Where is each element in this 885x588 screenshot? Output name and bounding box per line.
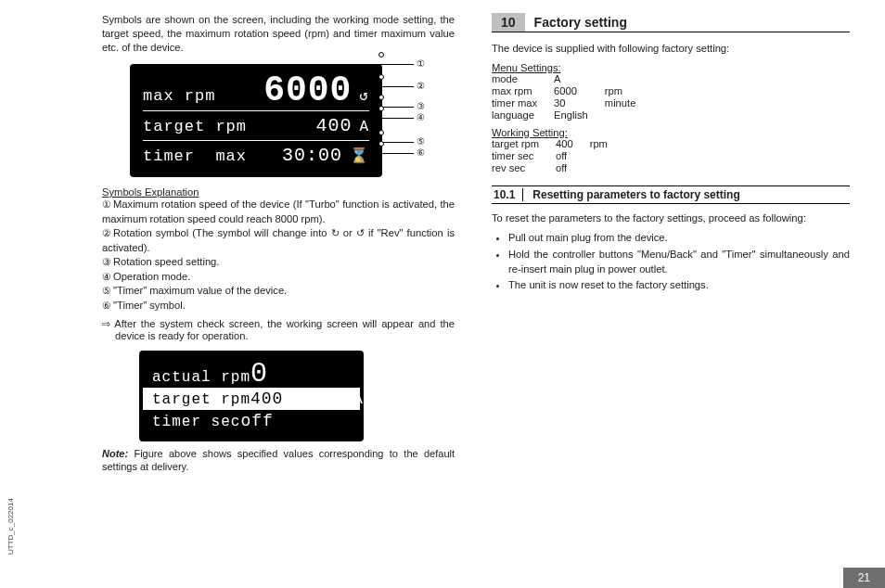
- table-row: max rpm6000rpm: [492, 85, 652, 97]
- arrow-text: After the system check screen, the worki…: [114, 318, 455, 341]
- sym-1: Maximum rotation speed of the device (If…: [102, 198, 455, 224]
- subsection-title: Resetting parameters to factory setting: [532, 188, 739, 201]
- table-row: timer max30minute: [492, 97, 652, 109]
- callout-1: ①: [417, 58, 425, 69]
- sym-4: Operation mode.: [113, 271, 190, 282]
- intro-text: Symbols are shown on the screen, includi…: [102, 13, 455, 55]
- table-row: rev secoff: [492, 162, 624, 174]
- table-row: target rpm400rpm: [492, 138, 624, 150]
- symbols-explanation: ①Maximum rotation speed of the device (I…: [102, 198, 455, 313]
- sym-4-num: ④: [102, 270, 113, 284]
- section-head: 10 Factory setting: [492, 13, 850, 32]
- callout-4: ④: [417, 112, 425, 122]
- sym-6-num: ⑥: [102, 299, 113, 313]
- lcd1-row2-label: target rpm: [143, 118, 247, 135]
- list-item: Hold the controller buttons "Menu/Back" …: [508, 248, 850, 276]
- lcd-screen: max rpm 6000 ↺ target rpm 400 A timer ma…: [130, 64, 382, 177]
- lcd2-row2-right: A: [353, 390, 364, 408]
- lcd2-row2-label: target rpm: [152, 391, 250, 408]
- note-text: Note: Figure above shows specified value…: [102, 447, 455, 474]
- callout-5: ⑤: [417, 136, 425, 147]
- right-column: 10 Factory setting The device is supplie…: [492, 13, 850, 479]
- rev-icon-cw: ↻: [331, 227, 340, 238]
- rev-icon-ccw: ↺: [356, 227, 365, 238]
- callout-6: ⑥: [417, 147, 425, 158]
- note-bold: Note:: [102, 448, 128, 459]
- subsection-number: 10.1: [492, 188, 523, 201]
- subsection-intro: To reset the parameters to the factory s…: [492, 211, 850, 226]
- lcd1-row3-value: 30:00: [282, 145, 346, 166]
- doc-id: UTTD_c_022014: [6, 498, 15, 555]
- lcd2-row1-label: actual rpm: [152, 369, 250, 386]
- sym-2-num: ②: [102, 226, 113, 240]
- lcd1-row3-label: timer max: [143, 147, 247, 165]
- lcd1-row1-value: 6000: [263, 75, 355, 107]
- symbols-explanation-head: Symbols Explanation: [102, 186, 455, 198]
- menu-settings-head: Menu Settings:: [492, 62, 850, 73]
- table-row: modeA: [492, 73, 652, 85]
- arrow-icon: ⇨: [102, 318, 110, 329]
- sym-5-num: ⑤: [102, 284, 113, 298]
- lcd1-row2-right: A: [355, 119, 369, 135]
- bullet-list: Pull out main plug from the device. Hold…: [492, 231, 850, 293]
- lcd-figure-1: max rpm 6000 ↺ target rpm 400 A timer ma…: [130, 64, 427, 177]
- section-number: 10: [492, 13, 525, 32]
- timer-icon: ⌛: [346, 147, 369, 165]
- lcd1-row1-label: max rpm: [143, 87, 215, 105]
- list-item: Pull out main plug from the device.: [508, 231, 850, 246]
- sym-3: Rotation speed setting.: [113, 256, 219, 267]
- sym-3-num: ③: [102, 255, 113, 269]
- menu-settings-table: modeA max rpm6000rpm timer max30minute l…: [492, 73, 652, 121]
- subsection-head: 10.1 Resetting parameters to factory set…: [492, 185, 850, 204]
- working-settings-head: Working Setting:: [492, 127, 850, 138]
- table-row: languageEnglish: [492, 109, 652, 121]
- working-settings-table: target rpm400rpm timer secoff rev secoff: [492, 138, 624, 174]
- callout-3: ③: [417, 101, 425, 111]
- sym-1-num: ①: [102, 198, 113, 211]
- callout-2: ②: [417, 81, 425, 91]
- rotation-icon: ↺: [355, 86, 369, 105]
- lcd2-row3-label: timer sec: [152, 414, 240, 430]
- lcd2-row2-value: 400: [250, 390, 283, 408]
- lcd2-row1-value: 0: [250, 362, 268, 386]
- lcd-figure-2: actual rpm 0 target rpm 400 A timer sec …: [139, 351, 364, 441]
- note-body: Figure above shows specified values corr…: [102, 448, 455, 472]
- right-intro: The device is supplied with following fa…: [492, 42, 850, 57]
- sym-6: "Timer" symbol.: [113, 300, 186, 311]
- table-row: timer secoff: [492, 150, 624, 162]
- lcd1-row2-value: 400: [315, 115, 355, 136]
- list-item: The unit is now reset to the factory set…: [508, 278, 850, 293]
- sym-2b: or: [340, 227, 356, 238]
- lcd2-row3-value: off: [240, 412, 273, 430]
- left-column: Symbols are shown on the screen, includi…: [102, 13, 455, 479]
- section-title: Factory setting: [534, 15, 627, 30]
- sym-5: "Timer" maximum value of the device.: [113, 285, 287, 296]
- page-number: 21: [843, 568, 885, 588]
- sym-2a: Rotation symbol (The symbol will change …: [113, 227, 331, 238]
